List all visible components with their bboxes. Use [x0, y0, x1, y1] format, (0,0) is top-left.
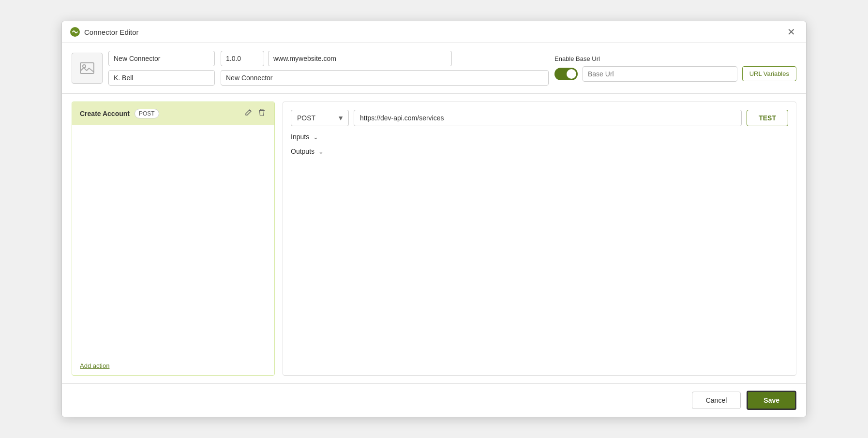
main-content: Create Account POST [62, 94, 806, 383]
method-select-wrapper: GET POST PUT DELETE PATCH ▼ [291, 110, 349, 126]
cancel-button[interactable]: Cancel [692, 392, 741, 409]
add-action-button[interactable]: Add action [72, 356, 274, 369]
trash-icon [258, 109, 266, 117]
dialog-title: Connector Editor [84, 28, 139, 36]
delete-action-button[interactable] [257, 108, 267, 119]
outputs-chevron-icon: ⌄ [318, 148, 324, 155]
close-button[interactable]: ✕ [784, 26, 798, 38]
inputs-chevron-icon: ⌄ [313, 133, 318, 141]
method-badge: POST [135, 109, 159, 118]
connector-editor-dialog: Connector Editor ✕ Enable Ba [61, 21, 807, 417]
enable-base-url-toggle[interactable] [554, 68, 578, 80]
author-name-input[interactable] [108, 70, 215, 86]
test-button[interactable]: TEST [747, 110, 788, 126]
inputs-section[interactable]: Inputs ⌄ [291, 133, 788, 141]
method-select[interactable]: GET POST PUT DELETE PATCH [291, 110, 349, 126]
connector-image-placeholder[interactable] [72, 53, 103, 84]
actions-panel: Create Account POST [72, 102, 275, 376]
version-row [221, 51, 549, 66]
action-icons [243, 108, 267, 119]
edit-icon [244, 109, 252, 117]
inputs-label: Inputs [291, 133, 309, 141]
base-url-row: URL Variables [554, 66, 796, 82]
edit-action-button[interactable] [243, 108, 253, 119]
url-input[interactable] [354, 110, 742, 126]
enable-base-url-label: Enable Base Url [554, 55, 796, 62]
svg-rect-1 [80, 63, 94, 73]
version-desc-group [221, 51, 549, 86]
image-icon [79, 60, 95, 76]
base-url-input[interactable] [583, 66, 737, 82]
website-input[interactable] [268, 51, 452, 66]
top-form: Enable Base Url URL Variables [62, 43, 806, 94]
svg-point-2 [83, 65, 86, 68]
save-button[interactable]: Save [747, 391, 796, 410]
action-name-label: Create Account [80, 110, 130, 117]
footer: Cancel Save [62, 383, 806, 417]
method-url-row: GET POST PUT DELETE PATCH ▼ TEST [291, 110, 788, 126]
version-input[interactable] [221, 51, 264, 66]
svg-rect-4 [259, 110, 265, 111]
title-bar: Connector Editor ✕ [62, 21, 806, 43]
connector-name-input[interactable] [108, 51, 215, 66]
description-input[interactable] [221, 70, 549, 86]
svg-rect-3 [260, 109, 263, 110]
enable-base-url-group: Enable Base Url URL Variables [554, 55, 796, 82]
app-logo-icon [70, 27, 80, 37]
outputs-section[interactable]: Outputs ⌄ [291, 147, 788, 155]
outputs-label: Outputs [291, 147, 314, 155]
name-author-group [108, 51, 215, 86]
url-variables-button[interactable]: URL Variables [742, 66, 796, 81]
editor-panel: GET POST PUT DELETE PATCH ▼ TEST Inputs … [283, 102, 796, 376]
list-item[interactable]: Create Account POST [72, 102, 274, 125]
